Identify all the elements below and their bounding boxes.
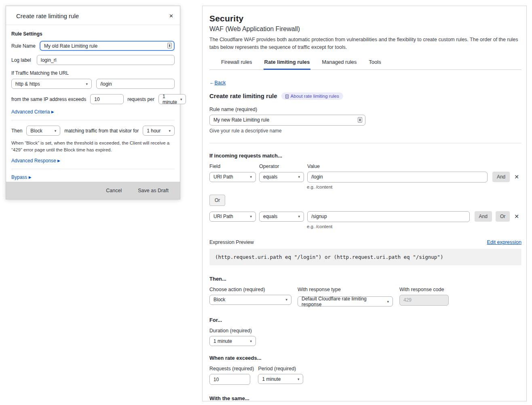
rule-name-input[interactable] <box>209 115 365 126</box>
tab-rate-limiting-rules[interactable]: Rate limiting rules <box>264 57 311 70</box>
chevron-down-icon: ▾ <box>298 214 300 218</box>
requests-label: Requests (required) <box>209 366 254 371</box>
block-help-text: When “Block” is set, when the threshold … <box>11 140 175 153</box>
duration-label: Duration (required) <box>209 328 520 334</box>
chevron-down-icon: ▾ <box>169 129 171 133</box>
remove-condition-icon[interactable]: ✕ <box>513 174 520 180</box>
autofill-icon[interactable] <box>358 117 362 123</box>
divider <box>11 169 175 169</box>
condition-row: URI Path ▾ equals ▾ And Or ✕ <box>209 211 520 222</box>
chevron-down-icon: ▾ <box>86 82 88 86</box>
create-rate-limit-dialog: Create rate limiting rule ✕ Rule Setting… <box>6 6 180 199</box>
form-title: Create rate limiting rule <box>209 92 277 99</box>
dialog-header: Create rate limiting rule ✕ <box>6 6 180 25</box>
value-hint: e.g. /content <box>307 224 520 229</box>
back-arrow-icon: ← <box>209 80 215 86</box>
operator-select[interactable]: equals ▾ <box>259 212 304 222</box>
expand-triangle-icon: ▶ <box>57 159 60 163</box>
cancel-button[interactable]: Cancel <box>106 188 122 193</box>
response-code-label: With response code <box>399 287 480 292</box>
log-label-input[interactable] <box>37 55 175 65</box>
and-button[interactable]: And <box>492 172 510 182</box>
chevron-down-icon: ▾ <box>250 175 252 179</box>
response-type-select[interactable]: Default Cloudflare rate limiting respons… <box>298 296 393 306</box>
duration-select[interactable]: 1 minute ▾ <box>209 336 256 346</box>
back-link[interactable]: ←Back <box>209 80 226 86</box>
edit-expression-link[interactable]: Edit expression <box>487 239 521 245</box>
divider <box>209 143 521 143</box>
value-input[interactable] <box>307 172 488 183</box>
action-select[interactable]: Block ▾ <box>209 295 291 305</box>
chevron-down-icon: ▾ <box>180 97 182 101</box>
scheme-select[interactable]: http & https ▾ <box>11 79 92 89</box>
operator-column-label: Operator <box>259 164 307 169</box>
advanced-criteria-link[interactable]: Advanced Criteria ▶ <box>11 109 54 115</box>
for-heading: For... <box>209 317 520 323</box>
value-input[interactable] <box>307 211 470 222</box>
choose-action-label: Choose action (required) <box>209 287 298 292</box>
rule-name-input[interactable] <box>40 41 175 51</box>
url-input[interactable] <box>96 79 175 89</box>
tab-tools[interactable]: Tools <box>368 57 382 70</box>
page-subtitle: WAF (Web Application Firewall) <box>209 25 520 33</box>
action-select[interactable]: Block ▾ <box>26 126 60 136</box>
autofill-icon[interactable] <box>167 43 172 48</box>
chevron-down-icon: ▾ <box>298 175 300 179</box>
tab-managed-rules[interactable]: Managed rules <box>321 57 357 70</box>
log-label-label: Log label <box>11 57 31 63</box>
remove-condition-icon[interactable]: ✕ <box>513 213 520 220</box>
duration-select[interactable]: 1 hour ▾ <box>143 126 175 136</box>
rule-name-help: Give your rule a descriptive name <box>209 128 520 134</box>
requests-per-label: requests per <box>127 97 154 102</box>
value-hint: e.g. /content <box>307 185 520 189</box>
then-heading: Then... <box>209 276 520 282</box>
bypass-link[interactable]: Bypass ▶ <box>11 174 32 180</box>
requests-threshold-input[interactable] <box>90 94 124 104</box>
about-rate-limiting-link[interactable]: About rate limiting rules <box>281 92 343 100</box>
or-button[interactable]: Or <box>496 211 510 222</box>
rule-settings-heading: Rule Settings <box>11 31 175 37</box>
dialog-title: Create rate limiting rule <box>16 13 79 19</box>
chevron-down-icon: ▾ <box>285 298 287 302</box>
incoming-requests-heading: If incoming requests match... <box>209 153 520 159</box>
field-column-label: Field <box>209 164 259 169</box>
chevron-down-icon: ▾ <box>298 377 300 381</box>
rate-exceeds-heading: When rate exceeds... <box>209 355 520 361</box>
divider <box>11 120 175 120</box>
with-same-heading: With the same... <box>209 395 520 401</box>
requests-input[interactable] <box>209 374 250 385</box>
advanced-response-link[interactable]: Advanced Response ▶ <box>11 158 60 164</box>
chevron-down-icon: ▾ <box>250 339 252 343</box>
chevron-down-icon: ▾ <box>387 300 389 304</box>
then-suffix-label: matching traffic from that visitor for <box>64 128 139 134</box>
waf-tabs: Firewall rules Rate limiting rules Manag… <box>209 57 521 70</box>
rule-name-label: Rule Name <box>11 43 36 49</box>
period-label: Period (required) <box>258 366 303 371</box>
expression-preview-label: Expression Preview <box>209 239 254 245</box>
dialog-footer: Cancel Save as Draft <box>6 182 180 199</box>
expand-triangle-icon: ▶ <box>29 175 32 179</box>
operator-select[interactable]: equals ▾ <box>259 172 304 182</box>
save-as-draft-button[interactable]: Save as Draft <box>138 188 169 193</box>
chevron-down-icon: ▾ <box>55 129 57 133</box>
expand-triangle-icon: ▶ <box>51 110 54 114</box>
close-icon[interactable]: ✕ <box>168 13 174 19</box>
document-icon <box>285 94 289 99</box>
tab-firewall-rules[interactable]: Firewall rules <box>220 57 253 70</box>
or-connector-button[interactable]: Or <box>209 195 225 206</box>
exceeds-prefix-label: from the same IP address exceeds <box>11 97 86 102</box>
period-select[interactable]: 1 minute ▾ <box>258 374 303 384</box>
and-button[interactable]: And <box>475 211 492 222</box>
rule-name-label: Rule name (required) <box>209 107 520 112</box>
page-description: The Cloudflare WAF provides both automat… <box>209 36 520 51</box>
response-code-input: 429 <box>399 295 449 306</box>
value-column-label: Value <box>307 164 320 169</box>
security-waf-panel: Security WAF (Web Application Firewall) … <box>202 6 527 401</box>
then-label: Then <box>11 128 22 134</box>
field-select[interactable]: URI Path ▾ <box>209 172 256 182</box>
period-select[interactable]: 1 minute ▾ <box>158 94 186 104</box>
chevron-down-icon: ▾ <box>250 214 252 218</box>
field-select[interactable]: URI Path ▾ <box>209 212 256 222</box>
page-title: Security <box>209 14 520 23</box>
expression-preview-code: (http.request.uri.path eq "/login") or (… <box>209 249 521 265</box>
